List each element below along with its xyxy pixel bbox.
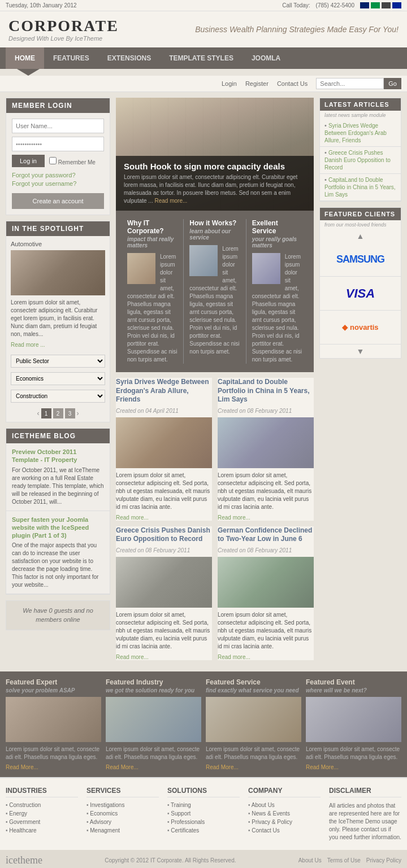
footer-link[interactable]: Certificates [171, 827, 199, 834]
clients-prev-arrow[interactable]: ▲ [320, 229, 401, 243]
login-button[interactable]: Log in [12, 155, 45, 167]
featured-event-readmore[interactable]: Read More... [306, 764, 339, 770]
nav-item-features[interactable]: FEATURES [44, 47, 98, 69]
forgot-username-link[interactable]: Forgot your username? [12, 180, 104, 187]
article-4-title[interactable]: German Confidence Declined to Two-Year L… [218, 526, 314, 546]
search-form: Go [316, 78, 401, 89]
public-sector-select[interactable]: Public Sector [11, 355, 105, 368]
featured-service-image [206, 697, 301, 742]
page-1-button[interactable]: 1 [41, 408, 51, 418]
login-link[interactable]: Login [222, 80, 237, 87]
page-2-button[interactable]: 2 [53, 408, 63, 418]
article-1-title[interactable]: Syria Drives Wedge Between Erdogan's Ara… [116, 378, 212, 407]
language-flags [360, 2, 401, 8]
remember-me-checkbox[interactable] [49, 157, 57, 164]
footer-terms-link[interactable]: Terms of Use [327, 857, 361, 863]
footer-logo: icetheme [6, 854, 42, 866]
footer-link[interactable]: Support [171, 810, 190, 817]
articles-grid: Syria Drives Wedge Between Erdogan's Ara… [116, 378, 314, 660]
blog-post-1-text: For October 2011, we at IceTheme are wor… [12, 466, 104, 506]
nav-item-template-styles[interactable]: TEMPLATE STYLES [160, 47, 243, 69]
featured-service-text: Lorem ipsum dolor sit amet, consecte adi… [206, 745, 301, 761]
prev-page-button[interactable]: ‹ [37, 409, 40, 417]
nav-item-joomla[interactable]: JOOMLA [243, 47, 289, 69]
next-page-button[interactable]: › [77, 409, 79, 417]
featured-expert-readmore[interactable]: Read More... [6, 764, 38, 770]
article-3-title[interactable]: Greece Crisis Pushes Danish Euro Opposit… [116, 526, 212, 546]
article-1-image [116, 417, 212, 468]
footer-link[interactable]: Construction [9, 802, 41, 808]
featured-industry-readmore[interactable]: Read More... [106, 764, 138, 770]
flag-italy[interactable] [371, 2, 380, 8]
spotlight-dropdown-3: Construction [6, 387, 110, 405]
search-button[interactable]: Go [384, 78, 401, 89]
footer-link[interactable]: News & Events [252, 810, 290, 817]
hero-overlay: South Hook to sign more capacity deals L… [116, 156, 314, 211]
col-why-icon [127, 253, 155, 284]
featured-event-title: Featured Event [306, 678, 401, 686]
footer-item: News & Events [248, 810, 321, 817]
latest-article-1-link[interactable]: Syria Drives Wedge Between Erdogan's Ara… [324, 123, 387, 143]
flag-france[interactable] [392, 2, 401, 8]
footer-link[interactable]: Energy [9, 810, 27, 817]
footer-services-list: Investigations Economics Advisory Menagm… [86, 802, 159, 834]
nav-item-extensions[interactable]: EXTENSIONS [98, 47, 160, 69]
flag-germany[interactable] [382, 2, 391, 8]
footer-link[interactable]: Healthcare [9, 827, 36, 834]
footer-item: Construction [6, 802, 78, 808]
flag-uk[interactable] [360, 2, 369, 8]
article-2-readmore[interactable]: Read more... [218, 514, 250, 521]
construction-select[interactable]: Construction [11, 390, 105, 403]
featured-event-image [306, 697, 401, 742]
col-why: Why IT Corporate? impact that really mat… [122, 219, 184, 364]
clients-next-arrow[interactable]: ▼ [320, 344, 401, 358]
col-service-title: Exellent Service [252, 219, 302, 235]
spotlight-readmore[interactable]: Read more ... [11, 342, 45, 348]
create-account-button[interactable]: Create an account [12, 193, 104, 209]
novartis-logo-text: ◆ novartis [342, 323, 378, 332]
footer-link[interactable]: Menagment [90, 827, 120, 834]
footer-link[interactable]: Contact Us [252, 827, 279, 834]
search-input[interactable] [316, 78, 384, 89]
footer-link[interactable]: Privacy & Policy [252, 819, 292, 825]
main-nav: HOME FEATURES EXTENSIONS TEMPLATE STYLES… [0, 47, 407, 69]
featured-service-readmore[interactable]: Read More... [206, 764, 239, 770]
latest-article-2-link[interactable]: Greece Crisis Pushes Danish Euro Opposit… [324, 150, 391, 171]
article-1-readmore[interactable]: Read more... [116, 514, 149, 521]
footer-industries-title: INDUSTRIES [6, 787, 78, 797]
username-input[interactable] [12, 119, 104, 133]
article-3-readmore[interactable]: Read more... [116, 654, 149, 660]
featured-industry-text: Lorem ipsum dolor sit amet, consecte adi… [106, 745, 201, 761]
footer-link[interactable]: Economics [90, 810, 118, 817]
footer-about-link[interactable]: About Us [298, 857, 322, 863]
password-input[interactable] [12, 137, 104, 151]
blog-post-1-title[interactable]: Preview October 2011 Template - IT Prope… [12, 448, 104, 464]
featured-industry-title: Featured Industry [106, 678, 201, 686]
footer-link[interactable]: Advisory [90, 819, 111, 825]
col-why-subtitle: impact that really matters [127, 236, 177, 248]
contact-link[interactable]: Contact Us [277, 80, 308, 87]
article-3-date: Created on 08 February 2011 [116, 547, 212, 553]
featured-expert: Featured Expert solve your problem ASAP … [6, 678, 101, 770]
spotlight-dropdown-2: Economics [6, 370, 110, 387]
footer-privacy-link[interactable]: Privacy Policy [366, 857, 401, 863]
footer-link[interactable]: Government [9, 819, 40, 825]
footer-link[interactable]: Professionals [171, 819, 205, 825]
register-link[interactable]: Register [245, 80, 269, 87]
footer-link[interactable]: Investigations [90, 802, 124, 808]
latest-article-3-link[interactable]: CapitaLand to Double Portfolio in China … [324, 177, 396, 198]
nav-item-home[interactable]: HOME [6, 47, 44, 69]
forgot-password-link[interactable]: Forgot your password? [12, 172, 104, 178]
latest-article-3: CapitaLand to Double Portfolio in China … [320, 174, 401, 201]
blog-post-2-title[interactable]: Super fasten your Joomla website with th… [12, 516, 104, 540]
hero-readmore[interactable]: Read more... [154, 198, 187, 204]
spotlight-text: Lorem ipsum dolor sit amet, consectetr a… [11, 299, 105, 338]
article-4-readmore[interactable]: Read more... [218, 654, 250, 660]
footer-link[interactable]: Training [171, 802, 191, 808]
spotlight-category: Automotive [11, 241, 105, 247]
footer-link[interactable]: About Us [252, 802, 275, 808]
page-3-button[interactable]: 3 [65, 408, 75, 418]
footer-solutions: SOLUTIONS Training Support Professionals… [167, 787, 240, 841]
economics-select[interactable]: Economics [11, 372, 105, 385]
article-2-title[interactable]: CapitaLand to Double Portfolio in China … [218, 378, 314, 407]
